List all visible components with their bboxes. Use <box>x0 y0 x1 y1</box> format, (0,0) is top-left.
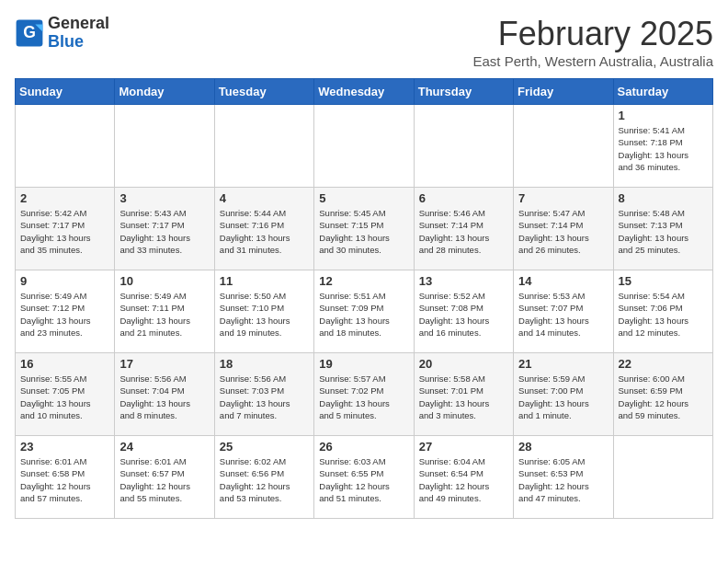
day-info: Sunrise: 5:58 AM Sunset: 7:01 PM Dayligh… <box>419 373 508 421</box>
day-cell: 10Sunrise: 5:49 AM Sunset: 7:11 PM Dayli… <box>115 270 214 353</box>
header: G General Blue February 2025 East Perth,… <box>15 15 713 69</box>
day-info: Sunrise: 5:45 AM Sunset: 7:15 PM Dayligh… <box>319 207 408 256</box>
day-cell <box>115 105 214 188</box>
day-number: 1 <box>619 109 708 122</box>
day-number: 9 <box>20 274 109 288</box>
day-info: Sunrise: 5:59 AM Sunset: 7:00 PM Dayligh… <box>518 373 608 421</box>
day-cell: 28Sunrise: 6:05 AM Sunset: 6:53 PM Dayli… <box>514 436 613 519</box>
day-info: Sunrise: 5:57 AM Sunset: 7:02 PM Dayligh… <box>319 373 408 421</box>
day-info: Sunrise: 5:55 AM Sunset: 7:05 PM Dayligh… <box>20 373 109 421</box>
day-cell: 2Sunrise: 5:42 AM Sunset: 7:17 PM Daylig… <box>16 188 115 270</box>
week-row-4: 16Sunrise: 5:55 AM Sunset: 7:05 PM Dayli… <box>16 353 713 436</box>
day-number: 12 <box>319 274 408 288</box>
day-number: 15 <box>619 274 708 288</box>
day-number: 22 <box>619 357 708 371</box>
weekday-header-thursday: Thursday <box>414 79 513 105</box>
day-cell: 7Sunrise: 5:47 AM Sunset: 7:14 PM Daylig… <box>514 188 613 270</box>
day-info: Sunrise: 5:41 AM Sunset: 7:18 PM Dayligh… <box>619 124 708 173</box>
day-cell: 9Sunrise: 5:49 AM Sunset: 7:12 PM Daylig… <box>16 270 115 353</box>
day-cell <box>514 105 613 188</box>
day-number: 26 <box>319 440 408 454</box>
day-info: Sunrise: 5:54 AM Sunset: 7:06 PM Dayligh… <box>619 290 708 339</box>
calendar-table: SundayMondayTuesdayWednesdayThursdayFrid… <box>15 78 713 519</box>
day-cell: 26Sunrise: 6:03 AM Sunset: 6:55 PM Dayli… <box>314 436 414 519</box>
day-cell: 22Sunrise: 6:00 AM Sunset: 6:59 PM Dayli… <box>613 353 712 436</box>
day-cell: 19Sunrise: 5:57 AM Sunset: 7:02 PM Dayli… <box>314 353 414 436</box>
weekday-header-sunday: Sunday <box>16 79 115 105</box>
day-info: Sunrise: 5:42 AM Sunset: 7:17 PM Dayligh… <box>20 207 109 256</box>
day-cell: 24Sunrise: 6:01 AM Sunset: 6:57 PM Dayli… <box>115 436 214 519</box>
day-cell: 16Sunrise: 5:55 AM Sunset: 7:05 PM Dayli… <box>16 353 115 436</box>
day-number: 14 <box>518 274 608 288</box>
day-cell <box>214 105 313 188</box>
day-number: 23 <box>20 440 109 454</box>
day-cell: 14Sunrise: 5:53 AM Sunset: 7:07 PM Dayli… <box>514 270 613 353</box>
logo: G General Blue <box>15 15 109 52</box>
title-area: February 2025 East Perth, Western Austra… <box>472 15 713 69</box>
day-info: Sunrise: 6:04 AM Sunset: 6:54 PM Dayligh… <box>419 455 508 504</box>
day-number: 6 <box>419 191 508 205</box>
day-cell: 13Sunrise: 5:52 AM Sunset: 7:08 PM Dayli… <box>414 270 513 353</box>
day-info: Sunrise: 5:56 AM Sunset: 7:04 PM Dayligh… <box>119 373 209 421</box>
day-cell: 18Sunrise: 5:56 AM Sunset: 7:03 PM Dayli… <box>214 353 313 436</box>
day-cell: 17Sunrise: 5:56 AM Sunset: 7:04 PM Dayli… <box>115 353 214 436</box>
day-info: Sunrise: 5:47 AM Sunset: 7:14 PM Dayligh… <box>518 207 608 256</box>
day-number: 25 <box>220 440 309 454</box>
day-info: Sunrise: 5:49 AM Sunset: 7:12 PM Dayligh… <box>20 290 109 339</box>
week-row-5: 23Sunrise: 6:01 AM Sunset: 6:58 PM Dayli… <box>16 436 713 519</box>
day-cell <box>16 105 115 188</box>
day-number: 8 <box>619 191 708 205</box>
svg-text:G: G <box>23 23 36 41</box>
day-info: Sunrise: 5:48 AM Sunset: 7:13 PM Dayligh… <box>619 207 708 256</box>
weekday-header-row: SundayMondayTuesdayWednesdayThursdayFrid… <box>16 79 713 105</box>
day-number: 2 <box>20 191 109 205</box>
day-cell: 20Sunrise: 5:58 AM Sunset: 7:01 PM Dayli… <box>414 353 513 436</box>
day-info: Sunrise: 5:53 AM Sunset: 7:07 PM Dayligh… <box>518 290 608 339</box>
day-cell: 6Sunrise: 5:46 AM Sunset: 7:14 PM Daylig… <box>414 188 513 270</box>
day-number: 5 <box>319 191 408 205</box>
day-info: Sunrise: 6:00 AM Sunset: 6:59 PM Dayligh… <box>619 373 708 421</box>
day-number: 24 <box>119 440 209 454</box>
day-number: 10 <box>119 274 209 288</box>
day-number: 28 <box>518 440 608 454</box>
day-cell: 8Sunrise: 5:48 AM Sunset: 7:13 PM Daylig… <box>613 188 712 270</box>
day-number: 16 <box>20 357 109 371</box>
calendar-title: February 2025 <box>472 15 713 53</box>
weekday-header-wednesday: Wednesday <box>314 79 414 105</box>
day-info: Sunrise: 5:44 AM Sunset: 7:16 PM Dayligh… <box>220 207 309 256</box>
day-cell: 23Sunrise: 6:01 AM Sunset: 6:58 PM Dayli… <box>16 436 115 519</box>
weekday-header-tuesday: Tuesday <box>214 79 313 105</box>
logo-icon: G <box>15 18 44 48</box>
day-info: Sunrise: 5:49 AM Sunset: 7:11 PM Dayligh… <box>119 290 209 339</box>
day-info: Sunrise: 5:43 AM Sunset: 7:17 PM Dayligh… <box>119 207 209 256</box>
day-cell: 25Sunrise: 6:02 AM Sunset: 6:56 PM Dayli… <box>214 436 313 519</box>
day-info: Sunrise: 6:05 AM Sunset: 6:53 PM Dayligh… <box>518 455 608 504</box>
day-info: Sunrise: 6:01 AM Sunset: 6:57 PM Dayligh… <box>119 455 209 504</box>
day-number: 18 <box>220 357 309 371</box>
day-cell <box>314 105 414 188</box>
day-info: Sunrise: 5:50 AM Sunset: 7:10 PM Dayligh… <box>220 290 309 339</box>
day-cell: 15Sunrise: 5:54 AM Sunset: 7:06 PM Dayli… <box>613 270 712 353</box>
logo-text: General Blue <box>48 15 109 52</box>
day-info: Sunrise: 6:02 AM Sunset: 6:56 PM Dayligh… <box>220 455 309 504</box>
day-cell: 1Sunrise: 5:41 AM Sunset: 7:18 PM Daylig… <box>613 105 712 188</box>
week-row-3: 9Sunrise: 5:49 AM Sunset: 7:12 PM Daylig… <box>16 270 713 353</box>
day-number: 13 <box>419 274 508 288</box>
week-row-2: 2Sunrise: 5:42 AM Sunset: 7:17 PM Daylig… <box>16 188 713 270</box>
day-number: 20 <box>419 357 508 371</box>
day-cell: 12Sunrise: 5:51 AM Sunset: 7:09 PM Dayli… <box>314 270 414 353</box>
weekday-header-monday: Monday <box>115 79 214 105</box>
day-info: Sunrise: 5:46 AM Sunset: 7:14 PM Dayligh… <box>419 207 508 256</box>
weekday-header-friday: Friday <box>514 79 613 105</box>
day-info: Sunrise: 5:52 AM Sunset: 7:08 PM Dayligh… <box>419 290 508 339</box>
day-info: Sunrise: 6:03 AM Sunset: 6:55 PM Dayligh… <box>319 455 408 504</box>
day-info: Sunrise: 5:51 AM Sunset: 7:09 PM Dayligh… <box>319 290 408 339</box>
day-cell <box>613 436 712 519</box>
day-number: 7 <box>518 191 608 205</box>
day-number: 17 <box>119 357 209 371</box>
day-cell: 11Sunrise: 5:50 AM Sunset: 7:10 PM Dayli… <box>214 270 313 353</box>
day-cell <box>414 105 513 188</box>
day-info: Sunrise: 5:56 AM Sunset: 7:03 PM Dayligh… <box>220 373 309 421</box>
day-info: Sunrise: 6:01 AM Sunset: 6:58 PM Dayligh… <box>20 455 109 504</box>
day-number: 19 <box>319 357 408 371</box>
